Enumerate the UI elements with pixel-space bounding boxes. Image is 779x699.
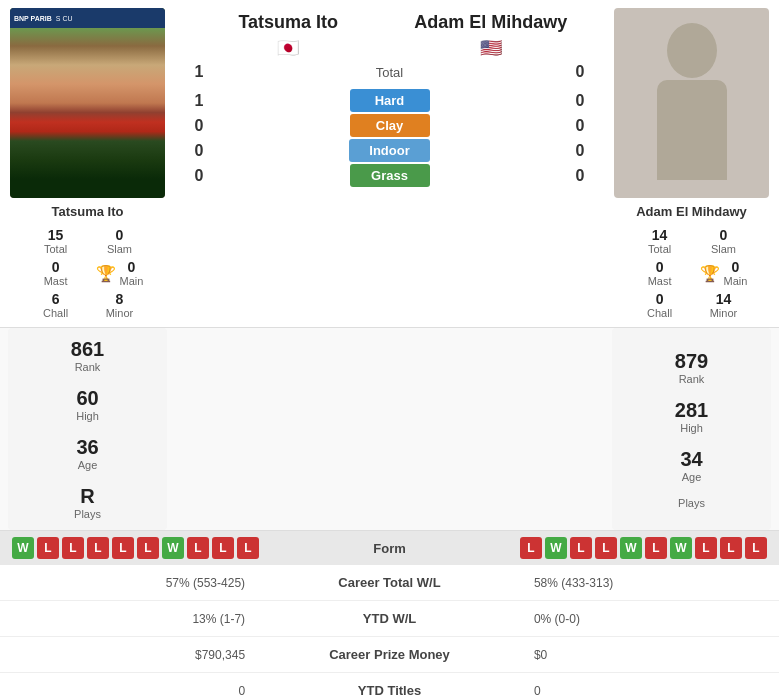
form-badge-p2: L <box>595 537 617 559</box>
player2-mast: 0 Mast <box>636 259 684 287</box>
player1-photo: BNP PARIB S CU <box>10 8 165 198</box>
form-badge-p1: W <box>12 537 34 559</box>
player2-stats: 14 Total 0 Slam 0 Mast 🏆 0 Main <box>636 227 748 319</box>
form-badge-p1: L <box>62 537 84 559</box>
p1-rank: 861 Rank <box>71 338 104 373</box>
form-badge-p1: L <box>187 537 209 559</box>
stats-p1-value: 0 <box>0 673 257 700</box>
stats-label: Career Prize Money <box>257 637 522 673</box>
player1-total: 15 Total <box>32 227 80 255</box>
form-badge-p2: L <box>520 537 542 559</box>
stats-p1-value: 57% (553-425) <box>0 565 257 601</box>
stats-row: 13% (1-7) YTD W/L 0% (0-0) <box>0 601 779 637</box>
stats-section: 57% (553-425) Career Total W/L 58% (433-… <box>0 565 779 699</box>
stats-table: 57% (553-425) Career Total W/L 58% (433-… <box>0 565 779 699</box>
clay-button: Clay <box>350 114 430 137</box>
form-badge-p1: L <box>37 537 59 559</box>
stats-p2-value: 58% (433-313) <box>522 565 779 601</box>
form-badge-p1: L <box>112 537 134 559</box>
form-badge-p2: L <box>570 537 592 559</box>
main-container: BNP PARIB S CU Tatsuma Ito 15 Total 0 Sl… <box>0 0 779 699</box>
stats-row: 0 YTD Titles 0 <box>0 673 779 700</box>
form-badge-p2: L <box>645 537 667 559</box>
hard-button: Hard <box>350 89 430 112</box>
player1-detail-stats: 861 Rank 60 High 36 Age R Plays <box>8 328 167 530</box>
player1-mast: 0 Mast <box>32 259 80 287</box>
player2-flag: 🇺🇸 <box>390 37 593 59</box>
head-shape <box>667 23 717 78</box>
player2-header: Adam El Mihdawy 🇺🇸 <box>390 12 593 59</box>
hard-row: 1 Hard 0 <box>179 89 600 112</box>
player2-column: Adam El Mihdawy 14 Total 0 Slam 0 Mast 🏆 <box>604 0 779 327</box>
form-badge-p2: W <box>545 537 567 559</box>
player2-minor: 14 Minor <box>700 291 748 319</box>
form-badge-p2: L <box>720 537 742 559</box>
stats-p1-value: 13% (1-7) <box>0 601 257 637</box>
form-badge-p2: L <box>745 537 767 559</box>
player1-header: Tatsuma Ito 🇯🇵 <box>187 12 390 59</box>
trophy-icon-p2: 🏆 <box>700 264 720 283</box>
grass-button: Grass <box>350 164 430 187</box>
p2-rank: 879 Rank <box>675 350 708 385</box>
stats-row: $790,345 Career Prize Money $0 <box>0 637 779 673</box>
player2-silhouette <box>652 23 732 183</box>
player2-form-badges: LWLLWLWLLL <box>520 537 767 559</box>
center-spacer <box>175 328 604 530</box>
player1-slam: 0 Slam <box>96 227 144 255</box>
player1-column: BNP PARIB S CU Tatsuma Ito 15 Total 0 Sl… <box>0 0 175 327</box>
total-row: 1 Total 0 <box>179 63 600 81</box>
form-badge-p1: L <box>137 537 159 559</box>
indoor-button: Indoor <box>349 139 429 162</box>
p2-plays: Plays <box>678 497 705 509</box>
stats-boxes-row: 861 Rank 60 High 36 Age R Plays 879 Rank <box>0 327 779 530</box>
stats-label: YTD Titles <box>257 673 522 700</box>
p2-high: 281 High <box>675 399 708 434</box>
form-badge-p2: W <box>670 537 692 559</box>
form-badge-p1: L <box>87 537 109 559</box>
stats-label: YTD W/L <box>257 601 522 637</box>
player2-detail-stats: 879 Rank 281 High 34 Age Plays <box>612 328 771 530</box>
player1-minor: 8 Minor <box>96 291 144 319</box>
form-badge-p2: W <box>620 537 642 559</box>
form-badge-p2: L <box>695 537 717 559</box>
indoor-row: 0 Indoor 0 <box>179 139 600 162</box>
p1-high: 60 High <box>76 387 99 422</box>
stats-p2-value: $0 <box>522 637 779 673</box>
center-column: Tatsuma Ito 🇯🇵 Adam El Mihdawy 🇺🇸 1 Tota… <box>175 0 604 327</box>
form-badge-p1: W <box>162 537 184 559</box>
clay-row: 0 Clay 0 <box>179 114 600 137</box>
stats-row: 57% (553-425) Career Total W/L 58% (433-… <box>0 565 779 601</box>
body-shape <box>657 80 727 180</box>
p1-age: 36 Age <box>76 436 98 471</box>
player1-stats: 15 Total 0 Slam 0 Mast 🏆 0 Main <box>32 227 144 319</box>
player1-trophy-row: 🏆 0 Main <box>96 259 144 287</box>
form-badge-p1: L <box>212 537 234 559</box>
form-badge-p1: L <box>237 537 259 559</box>
player1-form-badges: WLLLLLWLLL <box>12 537 259 559</box>
player2-trophy-row: 🏆 0 Main <box>700 259 748 287</box>
player1-name: Tatsuma Ito <box>52 204 124 219</box>
player2-slam: 0 Slam <box>700 227 748 255</box>
form-label: Form <box>373 541 406 556</box>
stats-p2-value: 0% (0-0) <box>522 601 779 637</box>
player2-name: Adam El Mihdawy <box>636 204 747 219</box>
grass-row: 0 Grass 0 <box>179 164 600 187</box>
player1-chall: 6 Chall <box>32 291 80 319</box>
stats-label: Career Total W/L <box>257 565 522 601</box>
player1-flag: 🇯🇵 <box>187 37 390 59</box>
stats-p2-value: 0 <box>522 673 779 700</box>
player-info-row: BNP PARIB S CU Tatsuma Ito 15 Total 0 Sl… <box>0 0 779 327</box>
p1-plays: R Plays <box>74 485 101 520</box>
trophy-icon-p1: 🏆 <box>96 264 116 283</box>
p2-age: 34 Age <box>680 448 702 483</box>
player2-chall: 0 Chall <box>636 291 684 319</box>
stats-p1-value: $790,345 <box>0 637 257 673</box>
player2-photo <box>614 8 769 198</box>
sponsor-banner: BNP PARIB S CU <box>10 8 165 28</box>
player2-total: 14 Total <box>636 227 684 255</box>
form-section: WLLLLLWLLL Form LWLLWLWLLL <box>0 530 779 565</box>
